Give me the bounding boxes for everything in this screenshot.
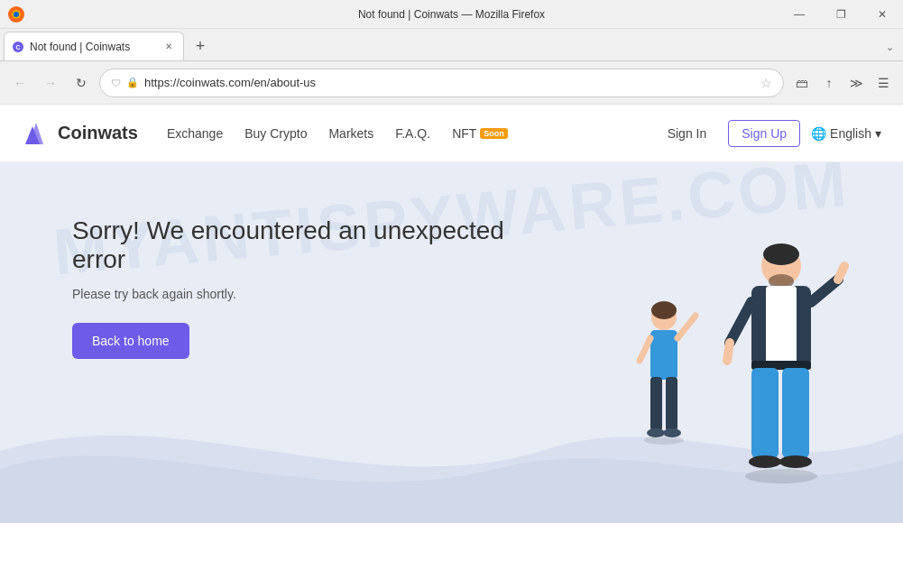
minimize-button[interactable]: — (779, 0, 820, 29)
extensions-icon[interactable]: ≫ (843, 70, 869, 96)
svg-rect-13 (666, 377, 677, 431)
signup-button[interactable]: Sign Up (728, 120, 800, 147)
svg-line-27 (727, 343, 730, 361)
nav-buy-crypto[interactable]: Buy Crypto (244, 126, 307, 141)
url-bar[interactable]: 🛡 🔒 https://coinwats.com/en/about-us ☆ (99, 69, 784, 97)
window-controls[interactable]: — ❐ ✕ (779, 0, 903, 29)
toolbar-icons: 🗃 ↑ ≫ ☰ (789, 70, 896, 96)
close-button[interactable]: ✕ (862, 0, 903, 29)
header-right: Sign In Sign Up 🌐 English ▾ (657, 120, 881, 147)
forward-button[interactable]: → (38, 70, 63, 96)
nft-soon-badge: Soon (480, 128, 508, 139)
svg-point-31 (779, 455, 812, 468)
url-text: https://coinwats.com/en/about-us (144, 76, 755, 89)
chevron-down-icon: ▾ (875, 126, 881, 141)
tab-favicon: C (12, 41, 24, 53)
svg-line-25 (838, 266, 844, 280)
security-icon: 🛡 (111, 78, 121, 88)
lock-icon: 🔒 (126, 77, 139, 88)
man-figure (714, 234, 849, 487)
lang-label: English (830, 126, 871, 141)
active-tab[interactable]: C Not found | Coinwats ✕ (4, 32, 184, 60)
nav-faq[interactable]: F.A.Q. (395, 126, 430, 141)
nav-nft-label[interactable]: NFT (452, 126, 476, 141)
svg-point-17 (745, 469, 817, 483)
restore-button[interactable]: ❐ (820, 0, 862, 29)
language-selector[interactable]: 🌐 English ▾ (811, 126, 881, 141)
svg-line-10 (677, 316, 696, 338)
woman-figure (623, 298, 705, 478)
logo-icon (22, 119, 51, 148)
svg-point-20 (763, 243, 799, 265)
signin-button[interactable]: Sign In (657, 121, 718, 146)
tab-title: Not found | Coinwats (30, 41, 156, 53)
back-button[interactable]: ← (7, 70, 32, 96)
titlebar-text: Not found | Coinwats — Mozilla Firefox (358, 8, 545, 21)
nav-markets[interactable]: Markets (328, 126, 373, 141)
firefox-icon (7, 5, 25, 23)
svg-point-16 (644, 436, 684, 445)
tab-controls: ⌄ (880, 38, 899, 57)
menu-icon[interactable]: ☰ (871, 70, 896, 96)
svg-line-11 (640, 338, 650, 361)
lang-flag: 🌐 (811, 126, 826, 141)
error-page: MYANTISPYWARE.COM Sorry! We encountered … (0, 162, 903, 523)
logo-text: Coinwats (58, 123, 138, 143)
svg-line-26 (730, 302, 751, 343)
svg-text:C: C (15, 44, 20, 51)
site-logo[interactable]: Coinwats (22, 119, 138, 148)
svg-rect-29 (782, 368, 809, 458)
back-to-home-button[interactable]: Back to home (72, 323, 189, 359)
site-nav: Exchange Buy Crypto Markets F.A.Q. NFT S… (167, 126, 628, 141)
browser-titlebar: Not found | Coinwats — Mozilla Firefox —… (0, 0, 903, 29)
pocket-icon[interactable]: 🗃 (789, 70, 815, 96)
svg-rect-28 (751, 368, 779, 458)
tab-list-button[interactable]: ⌄ (880, 38, 899, 57)
svg-rect-22 (766, 286, 797, 367)
svg-rect-12 (650, 377, 662, 431)
svg-line-24 (811, 280, 838, 302)
refresh-button[interactable]: ↻ (69, 70, 94, 96)
bookmark-icon[interactable]: ☆ (760, 76, 772, 90)
svg-rect-9 (650, 330, 677, 380)
tab-close-button[interactable]: ✕ (161, 40, 176, 54)
illustration-container (452, 180, 903, 523)
svg-point-2 (14, 12, 19, 17)
nav-exchange[interactable]: Exchange (167, 126, 223, 141)
nav-nft[interactable]: NFT Soon (452, 126, 508, 141)
share-icon[interactable]: ↑ (816, 70, 842, 96)
address-bar: ← → ↻ 🛡 🔒 https://coinwats.com/en/about-… (0, 61, 903, 105)
svg-point-30 (749, 455, 781, 468)
tab-bar: C Not found | Coinwats ✕ + ⌄ (0, 29, 903, 61)
new-tab-button[interactable]: + (188, 33, 213, 59)
svg-point-8 (651, 301, 677, 319)
site-header: Coinwats Exchange Buy Crypto Markets F.A… (0, 105, 903, 162)
